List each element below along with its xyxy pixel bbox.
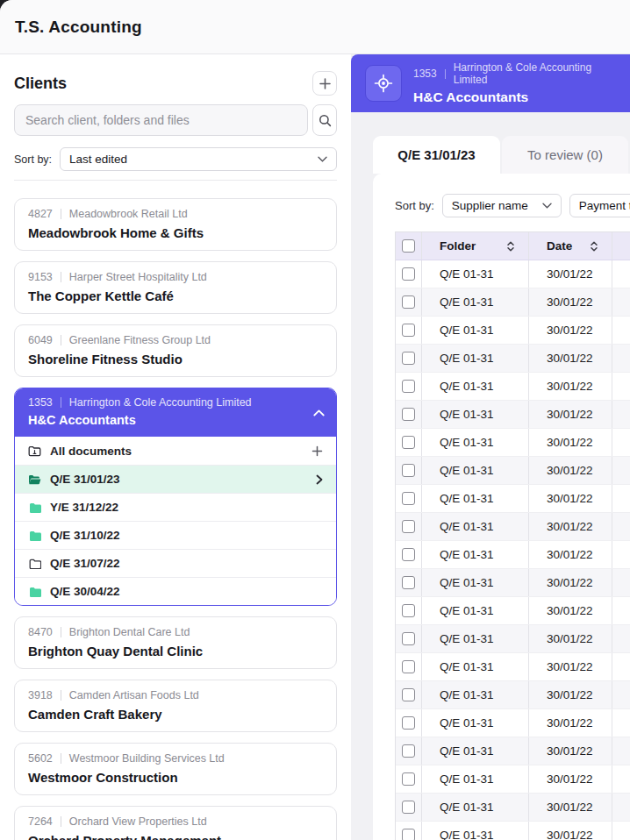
cell-supplier: Supplier — [612, 373, 630, 400]
clients-sidebar: Clients — [0, 54, 351, 840]
table-row[interactable]: Q/E 01-31 30/01/22 Supplier — [396, 625, 630, 653]
row-checkbox[interactable] — [402, 520, 415, 533]
row-checkbox[interactable] — [402, 267, 415, 281]
client-card[interactable]: 3918 Camden Artisan Foods Ltd Camden Cra… — [14, 680, 337, 732]
row-checkbox[interactable] — [402, 548, 415, 561]
row-checkbox[interactable] — [402, 295, 415, 309]
table-row[interactable]: Q/E 01-31 30/01/22 Supplier — [396, 401, 630, 429]
row-checkbox[interactable] — [402, 380, 415, 393]
folder-row[interactable]: Q/E 31/07/22 — [15, 549, 336, 577]
cell-date: 30/01/22 — [529, 401, 612, 428]
supplier-sort-select[interactable]: Supplier name — [442, 194, 562, 217]
table-row[interactable]: Q/E 01-31 30/01/22 Supplier — [396, 373, 630, 401]
tab-to-review[interactable]: To review (0) — [502, 136, 628, 174]
table-row[interactable]: Q/E 01-31 30/01/22 Supplier — [396, 541, 630, 569]
row-checkbox[interactable] — [402, 352, 415, 365]
client-search-field[interactable] — [14, 104, 308, 136]
table-row[interactable]: Q/E 01-31 30/01/22 Supplier — [396, 288, 630, 317]
client-card[interactable]: 6049 Greenlane Fitness Group Ltd Shoreli… — [14, 324, 337, 377]
row-checkbox[interactable] — [402, 436, 415, 449]
client-company: Camden Artisan Foods Ltd — [69, 689, 199, 701]
row-checkbox[interactable] — [402, 324, 415, 337]
all-documents-folder-icon — [28, 445, 41, 457]
cell-date: 30/01/22 — [529, 429, 612, 456]
payment-type-select[interactable]: Payment type — [569, 194, 630, 217]
cell-date: 30/01/22 — [529, 822, 612, 840]
folder-row[interactable]: All documents — [15, 437, 336, 465]
table-row[interactable]: Q/E 01-31 30/01/22 Supplier — [396, 709, 630, 737]
client-name: Meadowbrook Home & Gifts — [28, 225, 323, 240]
cell-supplier: Supplier — [612, 541, 630, 568]
cell-supplier: Supplier — [612, 765, 630, 793]
cell-date: 30/01/22 — [529, 541, 612, 568]
search-button[interactable] — [312, 104, 337, 136]
cell-supplier: Supplier — [612, 513, 630, 540]
cell-supplier: Supplier — [612, 737, 630, 765]
table-sort-label: Sort by: — [395, 199, 434, 212]
row-checkbox[interactable] — [402, 801, 415, 814]
client-card[interactable]: 7264 Orchard View Properties Ltd Orchard… — [14, 806, 337, 840]
folder-row[interactable]: Q/E 30/04/22 — [15, 577, 336, 605]
sidebar-sort-value: Last edited — [69, 153, 127, 166]
table-row[interactable]: Q/E 01-31 30/01/22 Supplier — [396, 429, 630, 457]
sort-date-button[interactable] — [589, 240, 599, 253]
row-checkbox[interactable] — [402, 772, 415, 786]
sort-arrows-icon — [505, 240, 516, 253]
client-company: Harper Street Hospitality Ltd — [69, 271, 207, 283]
row-checkbox[interactable] — [402, 576, 415, 589]
row-checkbox[interactable] — [402, 688, 415, 701]
table-row[interactable]: Q/E 01-31 30/01/22 Supplier — [396, 485, 630, 513]
table-row[interactable]: Q/E 01-31 30/01/22 Supplier — [396, 765, 630, 794]
row-checkbox[interactable] — [402, 492, 415, 505]
selected-client-header[interactable]: 1353 Harrington & Cole Accounting Limite… — [15, 388, 336, 437]
table-row[interactable]: Q/E 01-31 30/01/22 Supplier — [396, 737, 630, 765]
sort-folder-button[interactable] — [505, 240, 516, 253]
collapse-client-button[interactable] — [313, 409, 325, 416]
row-checkbox[interactable] — [402, 464, 415, 477]
client-card[interactable]: 9153 Harper Street Hospitality Ltd The C… — [14, 261, 337, 314]
client-card[interactable]: 5602 Westmoor Building Services Ltd West… — [14, 743, 337, 795]
table-row[interactable]: Q/E 01-31 30/01/22 Supplier — [396, 513, 630, 541]
cell-folder: Q/E 01-31 — [422, 569, 529, 596]
row-checkbox[interactable] — [402, 632, 415, 645]
select-all-checkbox[interactable] — [402, 239, 415, 253]
client-card-selected[interactable]: 1353 Harrington & Cole Accounting Limite… — [14, 388, 337, 606]
row-checkbox[interactable] — [402, 744, 415, 758]
table-row[interactable]: Q/E 01-31 30/01/22 Supplier — [396, 597, 630, 625]
sort-arrows-icon — [589, 240, 599, 253]
sidebar-sort-select[interactable]: Last edited — [60, 147, 337, 171]
tab-period[interactable]: Q/E 31/01/23 — [373, 136, 500, 174]
client-code: 9153 — [28, 271, 53, 283]
client-card[interactable]: 4827 Meadowbrook Retail Ltd Meadowbrook … — [14, 198, 337, 251]
cell-date: 30/01/22 — [529, 737, 612, 765]
table-row[interactable]: Q/E 01-31 30/01/22 Supplier — [396, 260, 630, 288]
table-row[interactable]: Q/E 01-31 30/01/22 Supplier — [396, 653, 630, 681]
folder-filled-icon — [28, 587, 41, 597]
row-checkbox[interactable] — [402, 716, 415, 730]
cell-date: 30/01/22 — [529, 765, 612, 793]
cell-date: 30/01/22 — [529, 625, 612, 652]
table-row[interactable]: Q/E 01-31 30/01/22 Supplier — [396, 681, 630, 709]
folder-row[interactable]: Q/E 31/10/22 — [15, 521, 336, 549]
table-row[interactable]: Q/E 01-31 30/01/22 Supplier — [396, 457, 630, 485]
cell-folder: Q/E 01-31 — [422, 765, 529, 793]
table-row[interactable]: Q/E 01-31 30/01/22 Supplier — [396, 822, 630, 840]
folder-row[interactable]: Y/E 31/12/22 — [15, 493, 336, 521]
table-row[interactable]: Q/E 01-31 30/01/22 Supplier — [396, 569, 630, 597]
cell-supplier: Supplier — [612, 709, 630, 737]
add-client-button[interactable] — [312, 71, 337, 96]
folder-row[interactable]: Q/E 31/01/23 — [15, 465, 336, 493]
meta-divider — [445, 69, 446, 79]
cell-supplier: Supplier — [612, 822, 630, 840]
table-row[interactable]: Q/E 01-31 30/01/22 Supplier — [396, 345, 630, 373]
row-checkbox[interactable] — [402, 660, 415, 673]
table-row[interactable]: Q/E 01-31 30/01/22 Supplier — [396, 317, 630, 345]
row-checkbox[interactable] — [402, 829, 415, 840]
search-input[interactable] — [25, 113, 297, 127]
row-checkbox[interactable] — [402, 604, 415, 617]
client-card[interactable]: 8470 Brighton Dental Care Ltd Brighton Q… — [14, 616, 337, 669]
client-name: Orchard Property Management — [28, 833, 323, 840]
row-checkbox[interactable] — [402, 408, 415, 421]
table-row[interactable]: Q/E 01-31 30/01/22 Supplier — [396, 794, 630, 822]
add-document-button[interactable] — [311, 445, 323, 457]
